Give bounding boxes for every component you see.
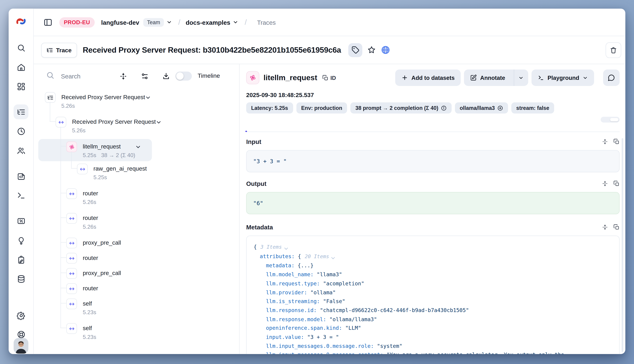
- project-chevron-down-icon[interactable]: [233, 19, 239, 25]
- tree-row[interactable]: proxy_pre_call: [34, 235, 138, 250]
- observation-badge[interactable]: 38 prompt → 2 completion (Σ 40): [350, 102, 452, 114]
- delete-trace-button[interactable]: [605, 42, 621, 58]
- sidebar-item-avatar[interactable]: [14, 338, 28, 354]
- filter-settings-icon[interactable]: [139, 70, 150, 82]
- sidebar-item-lightbulb[interactable]: [14, 233, 28, 248]
- search-input[interactable]: [60, 70, 115, 82]
- desktop-background: PROD-EU langfuse-dev Team / docs-example…: [0, 0, 634, 364]
- view-toggle-option[interactable]: [602, 118, 610, 121]
- badge-label: Env: production: [301, 105, 342, 111]
- copy-icon[interactable]: [613, 224, 619, 230]
- tree-row-label: proxy_pre_call: [83, 268, 121, 278]
- json-key: input.value: [266, 334, 301, 340]
- breadcrumb-section[interactable]: Traces: [257, 19, 276, 26]
- tree-row-latency: 5.26s: [83, 199, 96, 205]
- sidebar-item-file-code[interactable]: [14, 169, 28, 184]
- row-chevron-down-icon[interactable]: [145, 94, 151, 114]
- detail-tabs: [246, 118, 619, 132]
- sidebar-item-percent[interactable]: [14, 214, 28, 228]
- tree-row[interactable]: proxy_pre_call: [34, 266, 138, 281]
- copy-icon[interactable]: [613, 180, 619, 187]
- json-value: "ollama/llama3": [329, 316, 377, 322]
- row-chevron-down-icon[interactable]: [135, 144, 141, 161]
- search-icon: [46, 71, 54, 79]
- observation-badge[interactable]: Env: production: [296, 102, 347, 114]
- json-value: "You are a very accurate calculator. You…: [386, 352, 564, 354]
- copy-icon: [322, 74, 328, 81]
- collapse-all-icon[interactable]: [117, 70, 129, 82]
- observation-badge[interactable]: ollama/llama3: [455, 102, 508, 114]
- trace-type-chip[interactable]: Trace: [41, 42, 77, 57]
- copy-id-button[interactable]: ID: [322, 74, 336, 81]
- clipboard-pen-icon: [17, 256, 25, 264]
- json-collapsed-count[interactable]: 20 Items: [305, 254, 329, 260]
- json-collapsed-count[interactable]: 3 Items: [260, 244, 282, 250]
- tree-row[interactable]: router: [34, 250, 115, 266]
- favorite-star-icon[interactable]: [367, 46, 376, 54]
- langfuse-logo-icon[interactable]: [15, 16, 27, 27]
- copy-icon[interactable]: [613, 139, 619, 145]
- json-line: llm.request.type"acompletion": [254, 279, 612, 288]
- tree-row[interactable]: Received Proxy Server Request 5.26s: [34, 90, 162, 114]
- sidebar-item-terminal[interactable]: [14, 188, 28, 203]
- badge-label: stream: false: [516, 105, 549, 111]
- sidebar-item-database[interactable]: [14, 271, 28, 286]
- metadata-section-header: Metadata: [246, 224, 619, 231]
- observation-badges: Latency: 5.25s Env: production 38 prompt…: [246, 102, 619, 114]
- breadcrumb-separator: /: [178, 18, 180, 26]
- observation-type-icon: [77, 164, 88, 174]
- tag-button[interactable]: [348, 43, 362, 57]
- tree-guide: [61, 328, 66, 328]
- fold-section-icon[interactable]: [602, 139, 608, 145]
- timeline-toggle[interactable]: [175, 72, 192, 81]
- sidebar-item-clock[interactable]: [14, 124, 28, 138]
- tree-row[interactable]: router 5.26s: [34, 186, 115, 210]
- observation-badge[interactable]: Latency: 5.25s: [246, 102, 293, 114]
- sidebar-item-tracing[interactable]: [14, 104, 28, 119]
- tree-guide: [61, 258, 66, 258]
- tree-row-label: litellm_request: [83, 142, 135, 151]
- observation-badge[interactable]: stream: false: [511, 102, 554, 114]
- sidebar-toggle-icon[interactable]: [42, 16, 54, 28]
- tree-row[interactable]: self 5.23s: [34, 321, 113, 346]
- playground-button[interactable]: Playground: [532, 70, 594, 86]
- view-toggle-option[interactable]: [610, 118, 618, 121]
- download-icon[interactable]: [160, 70, 172, 82]
- generation-icon: [246, 71, 259, 84]
- public-globe-icon[interactable]: [381, 45, 390, 55]
- tree-row[interactable]: Received Proxy Server Request 5.26s: [34, 114, 173, 139]
- fold-section-icon[interactable]: [602, 180, 608, 187]
- annotate-dropdown-chevron-icon[interactable]: [514, 70, 528, 86]
- fold-section-icon[interactable]: [602, 224, 608, 230]
- json-line: openinference.span.kind"LLM": [254, 324, 612, 333]
- sidebar-item-settings[interactable]: [14, 308, 28, 323]
- row-chevron-down-icon[interactable]: [156, 119, 162, 139]
- sidebar-item-dashboard[interactable]: [14, 79, 28, 94]
- tree-row[interactable]: litellm_request 5.25s38 → 2 (Σ 40): [38, 139, 152, 161]
- json-line: llm.response.id"chatcmpl-d96622c0-c642-4…: [254, 306, 612, 315]
- detail-scrollbar[interactable]: [622, 138, 623, 352]
- tree-row-latency: 5.26s: [72, 128, 86, 134]
- tree-row[interactable]: self 5.23s: [34, 296, 113, 321]
- annotate-button[interactable]: Annotate: [464, 70, 510, 86]
- comments-button[interactable]: [603, 70, 619, 86]
- metadata-section-title: Metadata: [246, 224, 273, 231]
- json-collapse-chevron-icon[interactable]: [284, 246, 288, 250]
- tree-toolbar: Timeline: [34, 64, 239, 90]
- tree-row[interactable]: raw_gen_ai_request 5.25s: [34, 161, 164, 186]
- tree-row[interactable]: router 5.26s: [34, 210, 115, 235]
- json-line: llm.is_streaming"False": [254, 297, 612, 306]
- breadcrumb-project[interactable]: docs-examples: [186, 19, 230, 26]
- sidebar-item-home[interactable]: [14, 60, 28, 74]
- add-to-datasets-button[interactable]: Add to datasets: [395, 70, 461, 86]
- org-chevron-down-icon[interactable]: [166, 19, 172, 25]
- json-collapse-chevron-icon[interactable]: [331, 256, 335, 259]
- sidebar-item-clipboard-pen[interactable]: [14, 252, 28, 267]
- breadcrumb-org[interactable]: langfuse-dev: [101, 19, 139, 26]
- tree-row[interactable]: router: [34, 281, 115, 296]
- sidebar-item-search[interactable]: [14, 40, 28, 55]
- badge-label: Latency: 5.25s: [251, 105, 288, 111]
- json-line: attributes{20 Items: [254, 252, 612, 261]
- tree-row-latency: 5.25s: [93, 174, 107, 180]
- sidebar-item-users[interactable]: [14, 143, 28, 158]
